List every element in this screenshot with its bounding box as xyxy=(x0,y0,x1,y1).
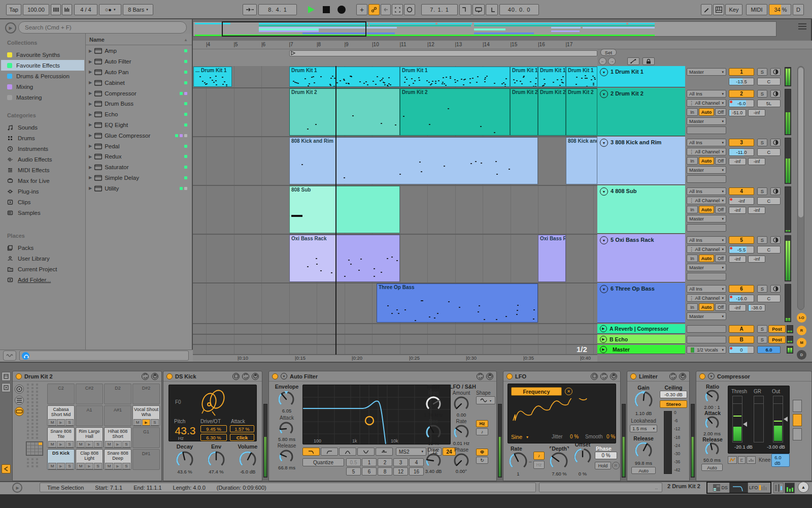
send-field[interactable]: -inf xyxy=(729,256,746,263)
drum-pad-ds-kick[interactable]: DS KickM▶S xyxy=(47,449,75,470)
show-hide-devices-button[interactable]: ▲ xyxy=(798,482,809,493)
io-empty-slot[interactable] xyxy=(687,336,726,343)
auto-release-button[interactable]: Auto xyxy=(701,464,723,471)
clip-view-icon[interactable] xyxy=(2,383,11,392)
sidebar-item-audio-effects[interactable]: Audio Effects xyxy=(1,154,84,165)
track-fold-button[interactable]: ▼ xyxy=(600,90,608,98)
sidebar-item-packs[interactable]: Packs xyxy=(1,242,84,253)
track-header-4-808-sub[interactable]: ▼4 808 Sub xyxy=(597,185,685,234)
attack-knob[interactable] xyxy=(704,416,720,431)
lfo-hz-button[interactable]: Hz xyxy=(476,420,488,427)
lfo-sync-button[interactable]: ♪ xyxy=(476,428,488,435)
send-field[interactable]: -inf xyxy=(748,256,765,263)
return-fold-button[interactable]: ▶ xyxy=(600,336,607,343)
pad-play-button[interactable]: ▶ xyxy=(142,419,150,426)
browser-item-utility[interactable]: ▶Utility xyxy=(86,183,191,194)
return-tracks-button[interactable]: R xyxy=(797,326,806,335)
pad-mute-button[interactable]: M xyxy=(77,441,85,448)
sidebar-item-instruments[interactable]: Instruments xyxy=(1,143,84,154)
rate-knob[interactable] xyxy=(509,452,528,471)
knee-value[interactable]: 6.0 dB xyxy=(771,454,790,467)
lock-envelopes-icon[interactable] xyxy=(642,57,655,65)
swap-icon[interactable] xyxy=(600,373,607,380)
return-activator[interactable]: A xyxy=(729,325,754,333)
lfo-destination-button[interactable]: Frequency xyxy=(511,387,562,396)
browser-item-saturator[interactable]: ▶Saturator xyxy=(86,162,191,173)
play-button[interactable] xyxy=(304,4,318,15)
io-selector[interactable]: ⋮ All Channel▾ xyxy=(687,148,726,155)
sidechain-slot[interactable] xyxy=(793,428,802,440)
filter-type-2[interactable] xyxy=(339,448,356,456)
quantize-0.5[interactable]: 0.5 xyxy=(346,458,361,466)
thumb-lfo[interactable]: LFO xyxy=(748,483,770,493)
track-activator[interactable]: 6 xyxy=(729,285,754,293)
drum-pad-a#1[interactable]: A#1 xyxy=(104,405,131,426)
io-selector[interactable]: Master▾ xyxy=(687,215,726,223)
io-empty-slot[interactable] xyxy=(687,175,726,183)
mixer-button[interactable]: M xyxy=(797,338,806,347)
drum-pad-g1[interactable]: G1 xyxy=(132,427,160,448)
drive-value[interactable]: 9.45 % xyxy=(200,425,227,432)
monitor-auto-button[interactable]: Auto xyxy=(699,255,714,262)
offset-knob[interactable] xyxy=(573,448,592,466)
solo-button[interactable]: S xyxy=(757,187,767,195)
solo-button[interactable]: S xyxy=(757,325,767,333)
device-on-toggle[interactable] xyxy=(16,373,22,379)
out-handle[interactable] xyxy=(784,417,788,422)
ceiling-value[interactable]: -0.30 dB xyxy=(660,391,687,398)
quantize-12[interactable]: 12 xyxy=(393,467,408,475)
cpu-meter[interactable]: 34 % xyxy=(769,4,791,15)
overview-menu-icon[interactable] xyxy=(798,23,808,32)
volume-field[interactable]: -13.5 xyxy=(729,78,754,85)
gain-knob[interactable] xyxy=(634,391,653,410)
drum-pad-c#2[interactable]: C#2 xyxy=(76,384,103,404)
quantize-2[interactable]: 2 xyxy=(378,458,392,466)
device-view-icon[interactable] xyxy=(2,372,11,381)
solo-button[interactable]: S xyxy=(757,236,767,244)
monitor-in-button[interactable]: In xyxy=(687,206,698,213)
pad-solo-button[interactable]: S xyxy=(65,419,74,426)
send-field[interactable]: -inf xyxy=(729,207,746,214)
pan-field[interactable]: C xyxy=(757,246,781,253)
drum-pad-hihat-808-short[interactable]: Hihat 808 ShortM▶S xyxy=(104,427,131,448)
pad-solo-button[interactable]: S xyxy=(122,463,130,469)
hold-button[interactable]: Hold xyxy=(595,462,611,469)
pan-field[interactable]: C xyxy=(757,148,781,156)
box-icon[interactable] xyxy=(591,373,598,380)
retrigger-button[interactable]: R xyxy=(612,462,620,469)
clip-drum-kit-1[interactable]: Drum Kit 1 xyxy=(289,67,400,87)
send-field[interactable]: -51.0 xyxy=(729,109,746,116)
device-title-bar[interactable]: DS Kick xyxy=(163,371,262,382)
send-field[interactable]: -inf xyxy=(729,304,746,311)
thumb-compressor[interactable] xyxy=(785,483,795,493)
drum-pad-rim-large-hall[interactable]: Rim Large HallM▶S xyxy=(76,427,103,448)
io-show-button[interactable]: I-O xyxy=(797,313,806,323)
key-map-button[interactable]: Key xyxy=(725,4,742,15)
lookahead-selector[interactable]: 1.5 ms▾ xyxy=(630,425,657,432)
track-fold-button[interactable]: ▼ xyxy=(600,68,608,76)
lfo-phase-knob[interactable] xyxy=(453,453,469,469)
jitter-value[interactable]: 0 % xyxy=(570,434,583,440)
env-attack-knob[interactable] xyxy=(279,421,294,436)
monitor-off-button[interactable]: Off xyxy=(715,206,726,213)
clip-drum-kit-1[interactable]: Drum Kit 1 xyxy=(566,67,597,87)
sidebar-item-max-for-live[interactable]: Max for Live xyxy=(1,175,84,186)
punch-out-icon[interactable] xyxy=(486,4,498,15)
monitor-in-button[interactable]: In xyxy=(687,255,698,262)
lfo-spin-button[interactable]: ↻ xyxy=(476,457,488,464)
sidebar-item-plug-ins[interactable]: Plug-ins xyxy=(1,186,84,197)
device-title-bar[interactable]: LFO xyxy=(503,371,620,382)
volume-field[interactable]: -6.0 xyxy=(729,100,754,107)
pad-play-button[interactable]: ▶ xyxy=(57,419,65,426)
track-fold-button[interactable]: ▼ xyxy=(600,236,608,244)
track-header-3-808-kick-and-rim[interactable]: ▼3 808 Kick and Rim xyxy=(597,137,685,185)
computer-midi-keyboard-icon[interactable] xyxy=(713,4,724,15)
io-selector[interactable]: ⋮ All Channel▾ xyxy=(687,99,726,107)
clip-three-op-bass[interactable]: Three Op Bass xyxy=(377,283,538,323)
meter-view-button[interactable] xyxy=(747,456,756,464)
release-knob[interactable] xyxy=(634,441,653,460)
monitor-in-button[interactable]: In xyxy=(687,108,698,116)
decay-knob[interactable] xyxy=(176,451,194,469)
pad-mute-button[interactable]: M xyxy=(77,463,85,469)
pad-solo-button[interactable]: S xyxy=(65,441,74,448)
